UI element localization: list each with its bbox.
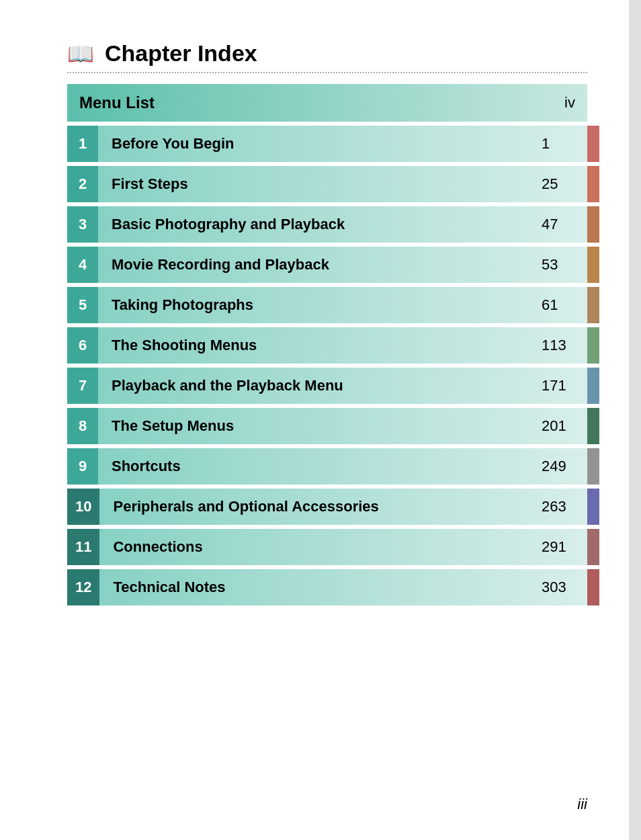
side-tab-10 bbox=[587, 489, 599, 525]
chapter-label-9: Shortcuts bbox=[106, 448, 542, 485]
chapter-page-9: 249 bbox=[542, 448, 575, 485]
side-tab-12 bbox=[587, 569, 599, 605]
chapters-list: 1 Before You Begin 1 2 First Steps 25 3 … bbox=[67, 126, 587, 610]
chapter-number-12: 12 bbox=[67, 569, 99, 605]
chapter-label-8: The Setup Menus bbox=[106, 408, 542, 444]
chapter-number-8: 8 bbox=[67, 408, 98, 444]
book-icon: 📖 bbox=[67, 43, 94, 65]
chapter-page-3: 47 bbox=[542, 206, 575, 243]
side-tab-9 bbox=[587, 448, 599, 485]
side-tab-7 bbox=[587, 368, 599, 404]
chapter-page-8: 201 bbox=[542, 408, 575, 444]
toc-chapter-9[interactable]: 9 Shortcuts 249 bbox=[67, 448, 587, 485]
chapter-label-3: Basic Photography and Playback bbox=[106, 206, 542, 243]
toc-chapter-2[interactable]: 2 First Steps 25 bbox=[67, 166, 587, 202]
chapter-page-2: 25 bbox=[542, 166, 575, 202]
side-tab-11 bbox=[587, 529, 599, 565]
toc-chapter-12[interactable]: 12 Technical Notes 303 bbox=[67, 569, 587, 605]
side-tab-6 bbox=[587, 327, 599, 364]
side-tab-3 bbox=[587, 206, 599, 243]
chapter-number-4: 4 bbox=[67, 247, 98, 283]
toc-chapter-3[interactable]: 3 Basic Photography and Playback 47 bbox=[67, 206, 587, 243]
side-tab-1 bbox=[587, 126, 599, 162]
page-number: iii bbox=[577, 796, 587, 813]
toc-menu-list[interactable]: Menu List iv bbox=[67, 84, 587, 122]
chapter-number-2: 2 bbox=[67, 166, 98, 202]
toc-chapter-5[interactable]: 5 Taking Photographs 61 bbox=[67, 287, 587, 323]
toc-chapter-11[interactable]: 11 Connections 291 bbox=[67, 529, 587, 565]
side-tab-2 bbox=[587, 166, 599, 202]
menu-list-page: iv bbox=[542, 94, 575, 112]
toc-chapter-7[interactable]: 7 Playback and the Playback Menu 171 bbox=[67, 368, 587, 404]
side-tab-5 bbox=[587, 287, 599, 323]
page-container: 📖 Chapter Index Menu List iv 1 Before Yo… bbox=[0, 0, 641, 840]
menu-list-label: Menu List bbox=[79, 93, 542, 112]
page-title: Chapter Index bbox=[105, 40, 257, 67]
chapter-label-12: Technical Notes bbox=[108, 569, 542, 605]
chapter-label-2: First Steps bbox=[106, 166, 542, 202]
chapter-number-11: 11 bbox=[67, 529, 99, 565]
chapter-label-6: The Shooting Menus bbox=[106, 327, 542, 364]
chapter-page-7: 171 bbox=[542, 368, 575, 404]
toc-chapter-1[interactable]: 1 Before You Begin 1 bbox=[67, 126, 587, 162]
chapter-number-7: 7 bbox=[67, 368, 98, 404]
chapter-number-1: 1 bbox=[67, 126, 98, 162]
side-tab-4 bbox=[587, 247, 599, 283]
toc-chapter-6[interactable]: 6 The Shooting Menus 113 bbox=[67, 327, 587, 364]
chapter-number-3: 3 bbox=[67, 206, 98, 243]
chapter-page-12: 303 bbox=[542, 569, 575, 605]
chapter-label-1: Before You Begin bbox=[106, 126, 542, 162]
side-tab-8 bbox=[587, 408, 599, 444]
chapter-index-header: 📖 Chapter Index bbox=[67, 40, 587, 73]
chapter-page-10: 263 bbox=[542, 489, 575, 525]
chapter-number-6: 6 bbox=[67, 327, 98, 364]
chapter-label-5: Taking Photographs bbox=[106, 287, 542, 323]
chapter-label-11: Connections bbox=[108, 529, 542, 565]
toc-chapter-8[interactable]: 8 The Setup Menus 201 bbox=[67, 408, 587, 444]
chapter-page-11: 291 bbox=[542, 529, 575, 565]
chapter-label-7: Playback and the Playback Menu bbox=[106, 368, 542, 404]
chapter-page-6: 113 bbox=[542, 327, 575, 364]
chapter-page-5: 61 bbox=[542, 287, 575, 323]
chapter-label-4: Movie Recording and Playback bbox=[106, 247, 542, 283]
chapter-number-5: 5 bbox=[67, 287, 98, 323]
chapter-label-10: Peripherals and Optional Accessories bbox=[108, 489, 542, 525]
toc-chapter-4[interactable]: 4 Movie Recording and Playback 53 bbox=[67, 247, 587, 283]
chapter-page-1: 1 bbox=[542, 126, 575, 162]
toc-chapter-10[interactable]: 10 Peripherals and Optional Accessories … bbox=[67, 489, 587, 525]
toc-list: Menu List iv 1 Before You Begin 1 2 Firs… bbox=[67, 84, 587, 610]
right-border bbox=[629, 0, 641, 840]
chapter-number-9: 9 bbox=[67, 448, 98, 485]
chapter-number-10: 10 bbox=[67, 489, 99, 525]
chapter-page-4: 53 bbox=[542, 247, 575, 283]
